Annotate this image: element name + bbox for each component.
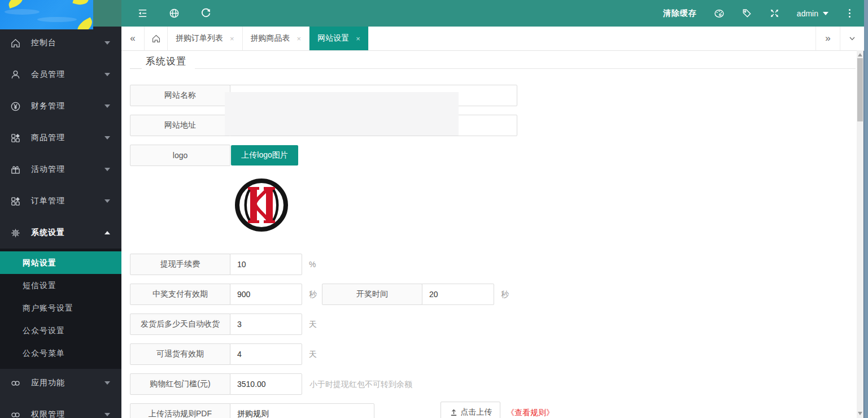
window-edge-strip	[863, 0, 868, 418]
tab-website-settings[interactable]: 网站设置 ×	[309, 27, 369, 50]
chevron-down-icon	[104, 136, 110, 140]
chevron-down-icon	[823, 12, 828, 15]
collapse-menu-icon[interactable]	[137, 8, 148, 19]
withdraw-fee-label: 提现手续费	[130, 254, 230, 275]
sidebar-item-label: 活动管理	[31, 164, 65, 175]
sidebar-item-label: 订单管理	[31, 196, 65, 206]
order-grid-icon	[10, 196, 21, 207]
submenu-item-sms-settings[interactable]: 短信设置	[0, 274, 121, 297]
yen-circle-icon	[10, 101, 21, 112]
sidebar-item-label: 财务管理	[31, 101, 65, 111]
sidebar-item-goods[interactable]: 商品管理	[0, 122, 121, 154]
tabbar: « 拼购订单列表 × 拼购商品表 × 网站设置 × »	[121, 27, 864, 51]
leaf-shape	[7, 0, 25, 8]
close-icon[interactable]: ×	[356, 34, 360, 43]
submenu-item-website-settings[interactable]: 网站设置	[0, 251, 121, 274]
upload-logo-button[interactable]: 上传logo图片	[231, 145, 298, 166]
sidebar-item-orders[interactable]: 订单管理	[0, 185, 121, 217]
scrollbar-thumb[interactable]	[857, 58, 863, 121]
win-pay-input[interactable]	[230, 284, 302, 305]
site-logo-image	[233, 177, 290, 233]
topbar-right: 清除缓存 admin	[663, 8, 864, 19]
sidebar-item-system-settings[interactable]: 系统设置	[0, 217, 121, 249]
sidebar-item-label: 会员管理	[31, 69, 65, 80]
return-days-label: 可退货有效期	[130, 343, 230, 365]
sidebar-item-members[interactable]: 会员管理	[0, 59, 121, 90]
sidebar-item-label: 系统设置	[31, 228, 65, 238]
link-icon	[10, 378, 21, 389]
withdraw-fee-unit: %	[309, 254, 316, 275]
sidebar-item-label: 应用功能	[31, 378, 65, 388]
close-icon[interactable]: ×	[230, 34, 234, 43]
redpacket-threshold-label: 购物红包门槛(元)	[130, 373, 230, 395]
submenu-item-official-account[interactable]: 公众号设置	[0, 319, 121, 342]
sidebar-item-label: 权限管理	[31, 410, 65, 418]
redacted-area	[225, 92, 459, 136]
scroll-down-arrow[interactable]	[858, 412, 862, 415]
system-settings-submenu: 网站设置 短信设置 商户账号设置 公众号设置 公众号菜单	[0, 249, 121, 369]
sidebar-item-activities[interactable]: 活动管理	[0, 154, 121, 185]
site-url-label: 网站地址	[130, 115, 230, 136]
upload-pdf-button-label: 点击上传	[461, 407, 492, 417]
upload-pdf-button[interactable]: 点击上传	[440, 402, 500, 418]
home-icon	[151, 34, 161, 43]
tab-label: 拼购商品表	[251, 33, 290, 43]
tab-pinngou-order-list[interactable]: 拼购订单列表 ×	[168, 27, 243, 50]
chevron-down-icon	[104, 73, 110, 76]
close-icon[interactable]: ×	[297, 34, 302, 43]
fullscreen-icon[interactable]	[769, 8, 780, 19]
home-tab[interactable]	[145, 27, 168, 50]
gear-icon	[10, 228, 21, 238]
more-vertical-icon[interactable]	[845, 8, 854, 19]
sidebar-item-app-functions[interactable]: 应用功能	[0, 367, 121, 399]
chevron-down-icon	[104, 104, 110, 108]
rules-pdf-input[interactable]	[230, 403, 374, 418]
sidebar-item-permissions[interactable]: 权限管理	[0, 399, 121, 418]
scroll-up-arrow[interactable]	[858, 53, 862, 56]
page-title: 系统设置	[146, 55, 186, 68]
submenu-item-official-account-menu[interactable]: 公众号菜单	[0, 342, 121, 364]
chevron-down-icon	[104, 381, 110, 385]
vertical-scrollbar[interactable]	[857, 50, 863, 418]
tag-icon[interactable]	[741, 8, 752, 19]
view-rules-link[interactable]: 《查看规则》	[507, 402, 554, 418]
refresh-icon[interactable]	[200, 8, 211, 19]
auto-receive-label: 发货后多少天自动收货	[130, 314, 230, 335]
chevron-down-icon	[104, 199, 110, 203]
sidebar-item-finance[interactable]: 财务管理	[0, 90, 121, 122]
section-divider	[195, 68, 856, 69]
palette-icon[interactable]	[714, 8, 725, 19]
goods-grid-icon	[10, 133, 21, 143]
withdraw-fee-input[interactable]	[230, 254, 302, 275]
chevron-down-icon	[104, 168, 110, 171]
tabs-scroll-left-button[interactable]: «	[121, 27, 145, 50]
username: admin	[797, 9, 818, 18]
tabbar-right-controls: »	[815, 27, 864, 50]
link-icon	[10, 410, 21, 418]
redpacket-threshold-input[interactable]	[230, 373, 302, 395]
globe-icon[interactable]	[169, 8, 180, 19]
tab-label: 网站设置	[317, 33, 349, 43]
return-days-input[interactable]	[230, 343, 302, 365]
submenu-item-merchant-account[interactable]: 商户账号设置	[0, 297, 121, 319]
tabs-menu-button[interactable]	[840, 27, 864, 50]
home-icon	[10, 38, 21, 49]
draw-time-label: 开奖时间	[322, 284, 422, 305]
sidebar-item-label: 控制台	[31, 38, 56, 48]
chevron-down-icon	[848, 34, 857, 43]
auto-receive-unit: 天	[309, 314, 317, 335]
admin-app: 控制台 会员管理 财务管理 商品管理 活动管理 订单管理	[0, 0, 868, 418]
chevron-down-icon	[104, 41, 110, 45]
tab-label: 拼购订单列表	[176, 33, 223, 43]
user-menu[interactable]: admin	[797, 9, 828, 18]
user-icon	[10, 69, 21, 80]
tabs-scroll-right-button[interactable]: »	[815, 27, 840, 50]
draw-time-input[interactable]	[422, 284, 494, 305]
win-pay-unit: 秒	[309, 284, 317, 305]
banner-streak	[37, 17, 77, 22]
tab-pinngou-goods-table[interactable]: 拼购商品表 ×	[243, 27, 310, 50]
auto-receive-input[interactable]	[230, 314, 302, 335]
sidebar-item-console[interactable]: 控制台	[0, 27, 121, 59]
clear-cache-button[interactable]: 清除缓存	[663, 8, 697, 19]
chevron-down-icon	[104, 413, 110, 416]
